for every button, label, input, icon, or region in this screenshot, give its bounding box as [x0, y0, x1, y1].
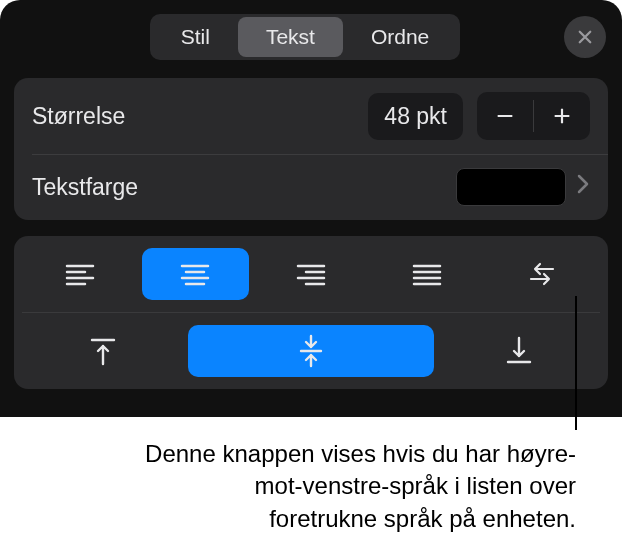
plus-icon [551, 105, 573, 127]
tab-text[interactable]: Tekst [238, 17, 343, 57]
valign-top-icon [89, 336, 117, 366]
callout-text: Denne knappen vises hvis du har høyre-mo… [140, 438, 576, 535]
valign-top-button[interactable] [26, 325, 180, 377]
align-justify-icon [412, 262, 442, 286]
text-color-label: Tekstfarge [32, 174, 456, 201]
text-direction-icon [527, 261, 557, 287]
valign-middle-icon [297, 334, 325, 368]
close-icon [576, 28, 594, 46]
text-color-row[interactable]: Tekstfarge [14, 154, 608, 220]
align-center-button[interactable] [142, 248, 250, 300]
valign-bottom-button[interactable] [442, 325, 596, 377]
valign-middle-button[interactable] [188, 325, 434, 377]
tab-arrange[interactable]: Ordne [343, 17, 457, 57]
minus-icon [494, 105, 516, 127]
size-stepper [477, 92, 590, 140]
text-direction-button[interactable] [488, 248, 596, 300]
align-left-icon [65, 262, 95, 286]
align-right-button[interactable] [257, 248, 365, 300]
callout-leader-line [575, 296, 577, 430]
align-left-button[interactable] [26, 248, 134, 300]
size-row: Størrelse 48 pkt [14, 78, 608, 154]
size-increase-button[interactable] [534, 92, 590, 140]
align-right-icon [296, 262, 326, 286]
chevron-right-icon [576, 173, 590, 201]
tab-style[interactable]: Stil [153, 17, 238, 57]
align-center-icon [180, 262, 210, 286]
vertical-align-row [22, 312, 600, 389]
size-label: Størrelse [32, 103, 368, 130]
valign-bottom-icon [505, 336, 533, 366]
horizontal-align-row [14, 236, 608, 312]
text-color-swatch[interactable] [456, 168, 566, 206]
format-panel: Stil Tekst Ordne Størrelse 48 pkt [0, 0, 622, 417]
tab-bar: Stil Tekst Ordne [150, 14, 461, 60]
size-value[interactable]: 48 pkt [368, 93, 463, 140]
text-settings-section: Størrelse 48 pkt Tekstfarge [14, 78, 608, 220]
close-button[interactable] [564, 16, 606, 58]
size-decrease-button[interactable] [477, 92, 533, 140]
alignment-section [14, 236, 608, 389]
panel-header: Stil Tekst Ordne [0, 0, 622, 74]
align-justify-button[interactable] [373, 248, 481, 300]
